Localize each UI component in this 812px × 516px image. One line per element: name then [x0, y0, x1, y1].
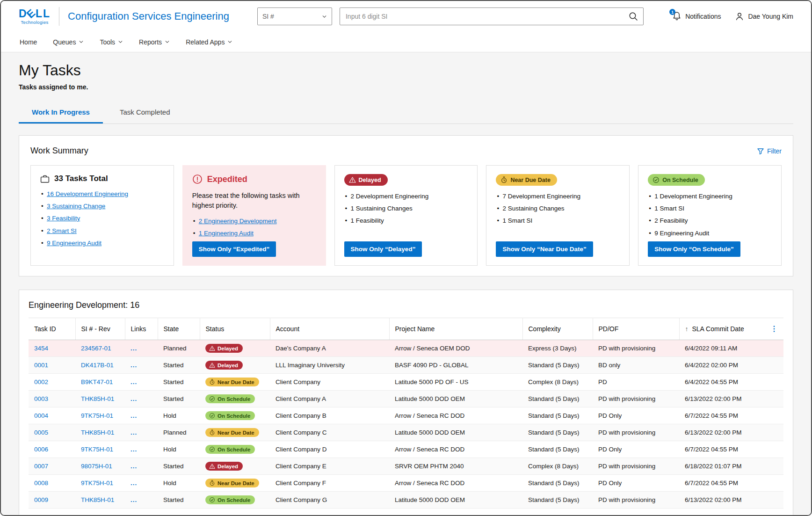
- task-row[interactable]: 0003THK85H-01...StartedOn ScheduleClient…: [29, 391, 783, 407]
- summary-link[interactable]: 1 Engineering Audit: [199, 230, 254, 237]
- status-badge-label: Near Due Date: [510, 177, 550, 183]
- si-rev-link[interactable]: THK85H-01: [81, 496, 114, 503]
- status-badge-on-schedule: On Schedule: [205, 445, 255, 454]
- task-row[interactable]: 0005THK85H-01...PlannedNear Due DateClie…: [29, 424, 783, 441]
- sort-asc-icon[interactable]: ↑: [685, 325, 689, 333]
- si-rev-link[interactable]: THK85H-01: [81, 429, 114, 436]
- si-number-select[interactable]: SI #: [257, 7, 332, 25]
- show-only-on-schedule-button[interactable]: Show Only “On Schedule”: [648, 241, 740, 257]
- row-links-more[interactable]: ...: [130, 480, 137, 487]
- col-si-rev[interactable]: SI # - Rev: [75, 318, 125, 340]
- briefcase-icon: [40, 174, 50, 183]
- si-rev-link[interactable]: 9TK75H-01: [81, 480, 113, 487]
- kebab-menu-icon[interactable]: ⋮: [770, 325, 778, 333]
- summary-link[interactable]: 2 Engineering Development: [199, 218, 277, 225]
- task-id-link[interactable]: 0003: [34, 395, 48, 402]
- app-window: DELL Technologies Configuration Services…: [0, 0, 812, 516]
- task-row[interactable]: 0009THK85H-01...StartedOn ScheduleClient…: [29, 492, 783, 509]
- top-header: DELL Technologies Configuration Services…: [1, 1, 811, 32]
- tab-task-completed[interactable]: Task Completed: [107, 102, 183, 124]
- si-rev-link[interactable]: THK85H-01: [81, 395, 114, 402]
- summary-link[interactable]: 2 Smart SI: [47, 227, 77, 234]
- col-links[interactable]: Links: [125, 318, 158, 340]
- show-only-expedited-button[interactable]: Show Only “Expedited”: [192, 241, 276, 257]
- task-row[interactable]: 0002B9KT47-01...StartedNear Due DateClie…: [29, 374, 783, 391]
- col-task-id[interactable]: Task ID: [29, 318, 75, 340]
- summary-link[interactable]: 3 Feasibility: [47, 215, 80, 222]
- task-row[interactable]: 00069TK75H-01...HoldOn ScheduleClient Co…: [29, 441, 783, 458]
- status-badge-label: Near Due Date: [218, 430, 254, 436]
- notifications-button[interactable]: 1 Notifications: [672, 11, 721, 22]
- summary-link-item: 9 Engineering Audit: [40, 239, 164, 247]
- tab-work-in-progress[interactable]: Work In Progress: [19, 102, 103, 124]
- nav-item-tools[interactable]: Tools: [100, 38, 123, 46]
- chevron-down-icon: [165, 39, 170, 44]
- task-id-link[interactable]: 0004: [34, 412, 48, 419]
- nav-item-queues[interactable]: Queues: [53, 38, 84, 46]
- task-id-link[interactable]: 0001: [34, 362, 48, 369]
- task-row[interactable]: 00089TK75H-01...HoldNear Due DateClient …: [29, 475, 783, 492]
- col-status[interactable]: Status: [200, 318, 270, 340]
- si-rev-link[interactable]: DK417B-01: [81, 362, 114, 369]
- row-links-more[interactable]: ...: [130, 345, 137, 352]
- si-rev-link[interactable]: 9TK75H-01: [81, 446, 113, 453]
- task-id-link[interactable]: 0002: [34, 378, 48, 385]
- row-links-more[interactable]: ...: [130, 362, 137, 369]
- filter-button[interactable]: Filter: [757, 147, 782, 155]
- project-value: Arrow / Seneca OEM DOD: [395, 345, 470, 352]
- summary-link-item: 1 Engineering Audit: [192, 229, 316, 238]
- task-id-link[interactable]: 0006: [34, 446, 48, 453]
- complexity-value: Standard (5 Days): [528, 362, 580, 369]
- complexity-value: Express (3 Days): [528, 345, 577, 352]
- col-account[interactable]: Account: [270, 318, 389, 340]
- si-search-input[interactable]: [340, 13, 624, 20]
- si-rev-link[interactable]: B9KT47-01: [81, 378, 113, 385]
- show-only-delayed-button[interactable]: Show Only “Delayed”: [344, 241, 422, 257]
- task-row[interactable]: 3454234567-01...PlannedDelayedDae's Comp…: [29, 340, 783, 357]
- row-links-more[interactable]: ...: [130, 446, 137, 453]
- summary-link[interactable]: 9 Engineering Audit: [47, 240, 102, 247]
- task-id-link[interactable]: 0007: [34, 463, 48, 470]
- task-row[interactable]: 00049TK75H-01...HoldOn ScheduleClient Co…: [29, 407, 783, 424]
- col-pd-of[interactable]: PD/OF: [593, 318, 679, 340]
- row-links-more[interactable]: ...: [130, 378, 137, 385]
- col-project-name[interactable]: Project Name: [389, 318, 522, 340]
- tasks-total-title: 33 Tasks Total: [54, 174, 108, 183]
- nav-item-related-apps[interactable]: Related Apps: [186, 38, 232, 46]
- project-value: Latitude 5000 PD OF - US: [395, 378, 469, 385]
- show-only-near-due-date-button[interactable]: Show Only “Near Due Date”: [496, 241, 593, 257]
- warning-triangle-icon: [209, 362, 215, 368]
- dell-logo[interactable]: DELL Technologies: [19, 8, 51, 25]
- page-title: My Tasks: [19, 62, 793, 79]
- task-id-link[interactable]: 3454: [34, 345, 48, 352]
- expedited-title: Expedited: [207, 174, 247, 184]
- si-rev-link[interactable]: 234567-01: [81, 345, 111, 352]
- user-menu[interactable]: Dae Young Kim: [735, 12, 793, 21]
- col-state[interactable]: State: [158, 318, 200, 340]
- summary-link[interactable]: 3 Sustaining Change: [47, 203, 105, 210]
- row-links-more[interactable]: ...: [130, 463, 137, 470]
- task-row[interactable]: 000798075H-01...StartedDelayedClient Com…: [29, 458, 783, 475]
- engineering-development-panel: Engineering Development: 16 Task IDSI # …: [19, 290, 793, 515]
- task-id-link[interactable]: 0009: [34, 496, 48, 503]
- near-due-list: 7 Development Engineering2 Sustaining Ch…: [496, 192, 620, 229]
- nav-item-home[interactable]: Home: [20, 38, 37, 46]
- col-complexity[interactable]: Complexity: [522, 318, 593, 340]
- col-sla-commit-date[interactable]: ↑SLA Commit Date⋮: [679, 318, 783, 340]
- summary-link[interactable]: 16 Development Engineering: [47, 190, 128, 197]
- user-icon: [735, 12, 744, 21]
- task-row[interactable]: 0001DK417B-01...StartedDelayedLLL Imagin…: [29, 357, 783, 374]
- search-button[interactable]: [624, 8, 643, 25]
- si-rev-link[interactable]: 98075H-01: [81, 463, 112, 470]
- summary-text-item: 1 Smart SI: [648, 204, 772, 213]
- status-badge-near-due-date: Near Due Date: [205, 428, 259, 437]
- nav-item-reports[interactable]: Reports: [139, 38, 170, 46]
- si-rev-link[interactable]: 9TK75H-01: [81, 412, 113, 419]
- row-links-more[interactable]: ...: [130, 412, 137, 419]
- row-links-more[interactable]: ...: [130, 395, 137, 402]
- task-id-link[interactable]: 0005: [34, 429, 48, 436]
- row-links-more[interactable]: ...: [130, 496, 137, 503]
- nav-item-label: Related Apps: [186, 38, 225, 46]
- row-links-more[interactable]: ...: [130, 429, 137, 436]
- task-id-link[interactable]: 0008: [34, 480, 48, 487]
